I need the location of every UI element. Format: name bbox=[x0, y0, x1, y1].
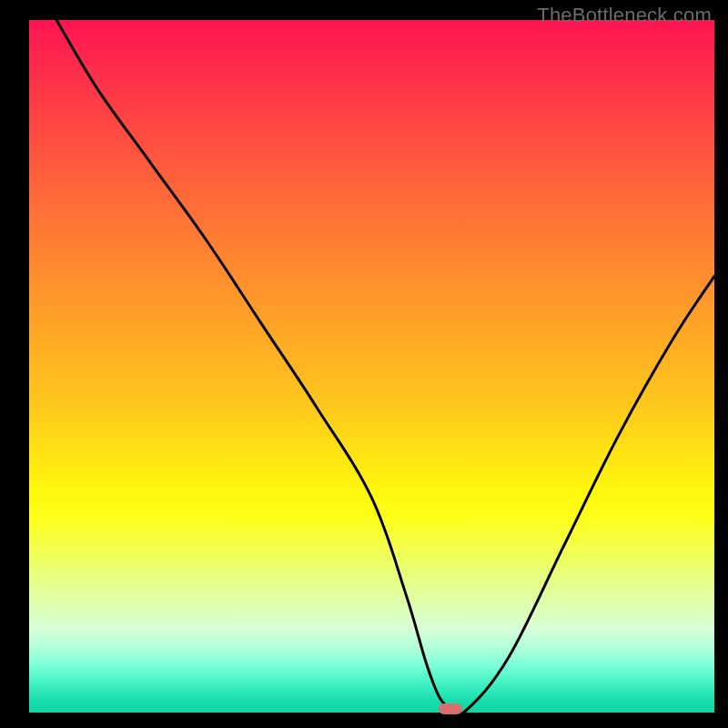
chart-frame: TheBottleneck.com bbox=[0, 0, 728, 728]
watermark-text: TheBottleneck.com bbox=[537, 4, 712, 27]
plot-area bbox=[29, 20, 714, 713]
bottleneck-curve bbox=[29, 20, 714, 713]
optimal-point-marker bbox=[439, 703, 462, 714]
